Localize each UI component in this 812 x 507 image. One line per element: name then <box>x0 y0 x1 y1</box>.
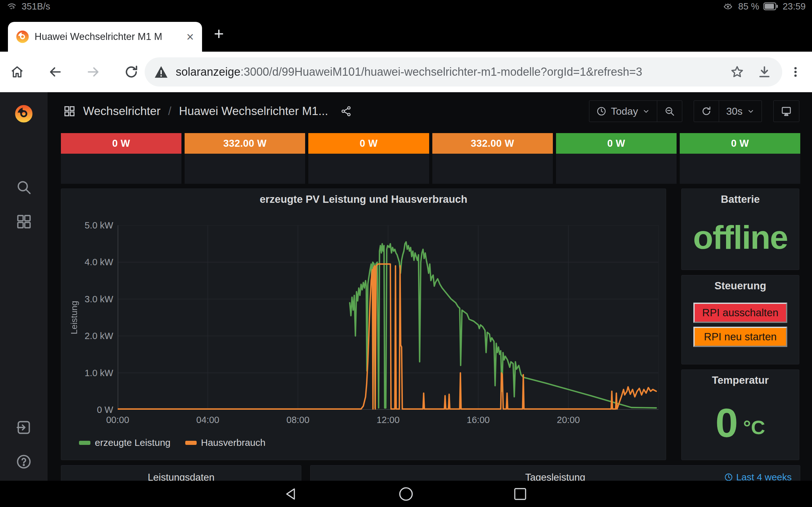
y-tick: 2.0 kW <box>85 331 113 341</box>
panel-title: Steuerung <box>681 275 799 292</box>
stat-panel: 0 W <box>680 133 800 184</box>
grafana-logo[interactable] <box>15 105 33 123</box>
battery-status-value: offline <box>681 205 799 270</box>
x-tick: 12:00 <box>376 415 400 425</box>
back-button[interactable] <box>47 64 63 80</box>
share-icon[interactable] <box>340 106 352 117</box>
breadcrumb-separator: / <box>168 105 171 118</box>
y-tick: 3.0 kW <box>85 294 113 304</box>
panel-title: Batterie <box>681 189 799 205</box>
legend-label: erzeugte Leistung <box>95 437 171 448</box>
bookmark-star-icon[interactable] <box>729 64 745 80</box>
stat-panel: 0 W <box>556 133 676 184</box>
refresh-button[interactable] <box>694 101 719 122</box>
tab-title: Huawei Wechselrichter M1 M <box>35 31 181 43</box>
browser-toolbar: solaranzeige:3000/d/99HuaweiM101/huawei-… <box>0 52 812 92</box>
zoom-out-button[interactable] <box>657 101 682 122</box>
chart-canvas[interactable] <box>118 225 658 410</box>
breadcrumb: Wechselrichter / Huawei Wechselrichter M… <box>63 105 352 118</box>
battery-percent: 85 % <box>738 1 759 12</box>
stat-value: 0 W <box>680 133 800 154</box>
legend-swatch-orange <box>185 441 197 445</box>
grafana-favicon <box>16 31 29 43</box>
search-icon[interactable] <box>15 178 33 196</box>
chart-plot-area[interactable]: 5.0 kW4.0 kW3.0 kW2.0 kW1.0 kW0 W 00:000… <box>118 225 658 410</box>
chart-title[interactable]: erzeugte PV Leistung und Hausverbrauch <box>61 189 666 205</box>
url-host: solaranzeige <box>176 65 241 78</box>
reload-button[interactable] <box>123 64 140 80</box>
control-panel: Steuerung RPI ausschalten RPI neu starte… <box>681 275 799 364</box>
x-tick: 16:00 <box>467 415 490 425</box>
breadcrumb-dashboard[interactable]: Huawei Wechselrichter M1... <box>179 105 328 118</box>
android-home-button[interactable] <box>397 485 415 504</box>
stat-panel: 332.00 W <box>432 133 553 184</box>
url-path: :3000/d/99HuaweiM101/huawei-wechselricht… <box>241 65 642 78</box>
row-title[interactable]: Leistungsdaten <box>61 465 301 481</box>
android-nav-bar <box>0 481 812 507</box>
android-status-bar: 351B/s 85 % 23:59 <box>0 0 812 13</box>
pv-chart-panel: erzeugte PV Leistung und Hausverbrauch L… <box>61 188 666 460</box>
temperature-panel: Temperatur 0 °C <box>681 370 799 460</box>
home-button[interactable] <box>9 64 26 80</box>
sign-in-icon[interactable] <box>15 418 33 436</box>
stat-value: 0 W <box>308 133 429 154</box>
forward-button[interactable] <box>85 64 101 80</box>
download-icon[interactable] <box>756 64 773 80</box>
legend-swatch-green <box>79 441 90 445</box>
stat-panel: 0 W <box>61 133 182 184</box>
refresh-interval-picker[interactable]: 30s <box>719 101 762 122</box>
x-tick: 04:00 <box>196 415 219 425</box>
clock-time: 23:59 <box>782 1 806 12</box>
grafana-app: Wechselrichter / Huawei Wechselrichter M… <box>0 92 812 481</box>
breadcrumb-folder[interactable]: Wechselrichter <box>83 105 160 118</box>
browser-tab[interactable]: Huawei Wechselrichter M1 M × <box>8 22 202 52</box>
chevron-down-icon <box>747 107 755 115</box>
stat-panel: 332.00 W <box>185 133 305 184</box>
new-tab-button[interactable]: + <box>209 24 229 43</box>
help-icon[interactable] <box>15 453 33 470</box>
stat-value: 0 W <box>61 133 182 154</box>
rpi-restart-button[interactable]: RPI neu starten <box>693 327 787 347</box>
y-tick: 4.0 kW <box>85 257 113 268</box>
x-tick: 00:00 <box>106 415 130 425</box>
stat-panel: 0 W <box>308 133 429 184</box>
legend-label: Hausverbrauch <box>201 437 265 448</box>
browser-tab-strip: Huawei Wechselrichter M1 M × + <box>0 13 812 52</box>
rpi-shutdown-button[interactable]: RPI ausschalten <box>693 302 787 323</box>
wifi-icon <box>6 2 17 11</box>
clock-icon <box>724 473 733 481</box>
url-text: solaranzeige:3000/d/99HuaweiM101/huawei-… <box>176 65 722 78</box>
android-back-button[interactable] <box>282 485 301 504</box>
dashboard-header: Wechselrichter / Huawei Wechselrichter M… <box>48 92 812 130</box>
x-tick: 20:00 <box>557 415 580 425</box>
dashboards-icon[interactable] <box>15 213 33 230</box>
leistungsdaten-panel: Leistungsdaten <box>61 465 301 481</box>
time-range-picker[interactable]: Today <box>589 101 657 122</box>
apps-grid-icon[interactable] <box>63 105 75 117</box>
panel-title: Temperatur <box>681 370 799 386</box>
close-tab-icon[interactable]: × <box>187 31 194 43</box>
kiosk-mode-button[interactable] <box>774 101 799 122</box>
network-speed: 351B/s <box>21 1 50 12</box>
eye-comfort-icon <box>722 2 734 11</box>
refresh-interval-label: 30s <box>726 106 743 117</box>
y-tick: 5.0 kW <box>85 220 113 231</box>
temperature-value: 0 °C <box>681 386 799 460</box>
legend-item[interactable]: Hausverbrauch <box>185 437 265 448</box>
panel-time-range-link[interactable]: Last 4 weeks <box>724 472 792 481</box>
site-warning-icon[interactable] <box>154 66 168 78</box>
browser-menu-icon[interactable] <box>787 64 804 80</box>
dashboard-controls: Today 30s <box>589 101 799 122</box>
legend-item[interactable]: erzeugte Leistung <box>79 437 171 448</box>
stat-value: 332.00 W <box>432 133 553 154</box>
url-bar[interactable]: solaranzeige:3000/d/99HuaweiM101/huawei-… <box>145 57 782 87</box>
battery-icon <box>763 2 778 10</box>
stat-value: 0 W <box>556 133 676 154</box>
y-tick: 1.0 kW <box>85 368 113 378</box>
chevron-down-icon <box>642 107 650 115</box>
chart-legend: erzeugte Leistung Hausverbrauch <box>79 437 265 448</box>
y-tick: 0 W <box>97 405 113 415</box>
tagesleistung-panel: Tagesleistung Last 4 weeks <box>310 465 800 481</box>
x-tick: 08:00 <box>287 415 310 425</box>
android-recents-button[interactable] <box>511 485 530 504</box>
